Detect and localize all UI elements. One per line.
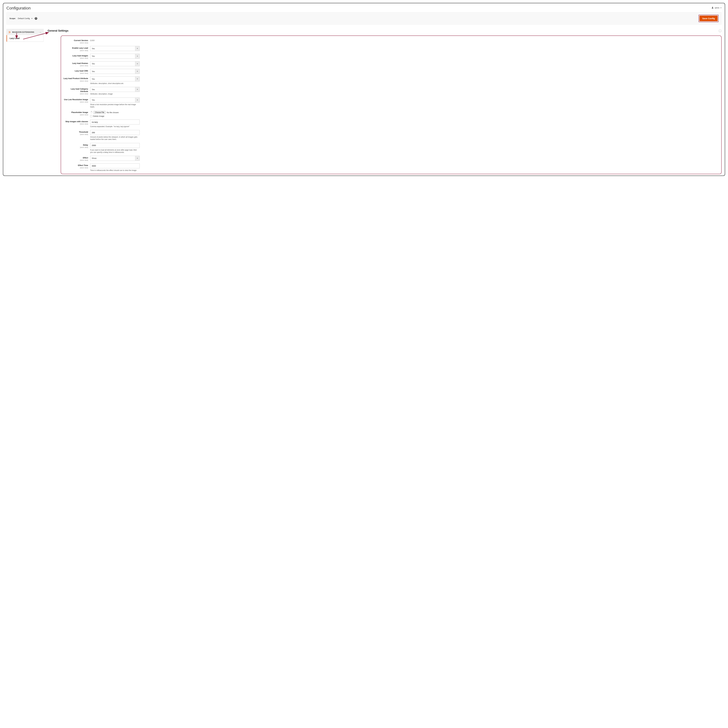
label-lazy-load-category-attribute: Lazy load Category Attribute [63,88,88,93]
help-icon[interactable]: ? [35,17,37,20]
note-low-res: Show a low resolution preview image befo… [90,103,140,108]
user-icon [711,6,714,9]
sidebar-item-label: Lazy Load [10,37,20,40]
select-value: Yes [90,76,135,81]
caret-down-icon: ▼ [135,69,139,74]
section-heading-general[interactable]: General Settings [47,29,69,32]
scope-value: Default Config [18,17,30,20]
input-effect-time[interactable] [90,164,140,168]
label-lazy-load-images: Lazy load images [63,55,88,57]
select-value: Yes [90,54,135,58]
scope-note: [store view] [63,147,88,148]
admin-user-menu[interactable]: admin ▼ [711,6,722,9]
save-config-button[interactable]: Save Config [699,15,718,21]
scope-note: [store view] [63,42,88,44]
select-lazy-load-category-attribute[interactable]: Yes ▼ [90,87,140,92]
caret-down-icon: ▼ [135,87,139,92]
note-category-attribute: Attributes: description, image [90,93,140,95]
select-value: Yes [90,69,135,74]
scope-note: [store view] [63,101,88,103]
input-skip-classes[interactable] [90,119,140,124]
scope-note: [store view] [63,114,88,116]
select-lazy-load-images[interactable]: Yes ▼ [90,54,140,59]
label-lazy-load-product-attribute: Lazy load Product Attribute [63,77,88,80]
page-title: Configuration [6,6,31,11]
note-skip-classes: Comma-separated. Example: "no-lazy, lazy… [90,125,140,128]
caret-down-icon: ▼ [135,54,139,58]
scope-note: [store view] [63,80,88,82]
caret-down-icon: ▼ [135,46,139,51]
scope-note: [store view] [63,133,88,135]
collapse-section-icon[interactable]: ︿ [719,29,722,32]
note-product-attribute: Attributes: description, short descripti… [90,82,140,84]
select-effect[interactable]: Show ▼ [90,156,140,161]
label-delay: Delay [63,144,88,146]
choose-file-button[interactable]: Choose File [93,111,106,114]
caret-down-icon: ▼ [720,7,722,9]
note-threshold: Amount of pixels below the viewport, in … [90,136,140,141]
sidebar-section-magezon[interactable]: MAGEZON EXTENSIONS ︿ [6,29,43,35]
select-value: Yes [90,98,135,102]
caret-down-icon: ▼ [135,98,139,102]
select-value: Yes [90,87,135,92]
scope-note: [store view] [63,159,88,161]
select-value: Yes [90,46,135,51]
magezon-icon [9,31,11,33]
scope-label: Scope: [9,17,16,20]
select-value: Yes [90,61,135,66]
select-lazy-load-product-attribute[interactable]: Yes ▼ [90,76,140,81]
label-low-res-image: Use Low Resolution Image [63,98,88,101]
settings-panel-highlight: Current Version [store view] 1.0.0 Enabl… [61,35,722,174]
input-threshold[interactable] [90,130,140,135]
label-placeholder-image: Placeholder Image [63,111,88,113]
svg-point-5 [92,113,92,113]
label-current-version: Current Version [63,39,88,42]
note-delay: If you want to load all elements at once… [90,149,140,153]
svg-point-4 [92,112,92,112]
chevron-up-icon: ︿ [40,31,41,33]
scope-note: [store view] [63,93,88,95]
caret-down-icon: ▼ [135,76,139,81]
input-delay[interactable] [90,143,140,148]
svg-point-2 [91,111,92,112]
label-lazy-load-iframes: Lazy load iframes [63,62,88,64]
scope-note: [store view] [63,57,88,59]
select-lazy-load-iframes[interactable]: Yes ▼ [90,61,140,66]
sidebar-section-title: MAGEZON EXTENSIONS [12,31,34,33]
sidebar-item-lazy-load[interactable]: Lazy Load [6,35,43,42]
note-effect-time: Time in milliseconds the effect should u… [90,169,140,171]
spinner-icon [90,111,92,114]
scope-note: [store view] [63,50,88,51]
svg-point-7 [90,113,91,113]
select-lazy-load-cms[interactable]: Yes ▼ [90,69,140,74]
label-effect-time: Effect Time [63,164,88,167]
delete-image-checkbox[interactable] [90,115,92,117]
svg-point-9 [90,112,91,112]
scope-select[interactable]: Default Config ▼ [18,17,32,20]
scope-note: [store view] [63,72,88,74]
caret-down-icon: ▼ [135,61,139,66]
svg-point-6 [91,113,92,113]
label-enable-lazy-load: Enable Lazy Load [63,47,88,49]
svg-point-3 [92,112,92,112]
select-low-res-image[interactable]: Yes ▼ [90,98,140,102]
caret-down-icon: ▼ [135,156,139,161]
caret-down-icon: ▼ [31,18,33,19]
select-enable-lazy-load[interactable]: Yes ▼ [90,46,140,51]
admin-user-name: admin [714,7,719,9]
no-file-chosen-text: No file chosen [107,112,119,113]
label-skip-classes: Skip images with classes [63,121,88,123]
delete-image-label: Delete Image [93,115,104,117]
value-current-version: 1.0.0 [90,38,140,41]
label-threshold: Threshold [63,131,88,133]
label-lazy-load-cms: Lazy load CMS [63,70,88,72]
label-effect: Effect [63,157,88,159]
scope-note: [store view] [63,167,88,168]
select-value: Show [90,156,135,161]
scope-note: [store view] [63,123,88,125]
scope-note: [store view] [63,65,88,67]
save-highlight-box: Save Config [699,15,719,22]
